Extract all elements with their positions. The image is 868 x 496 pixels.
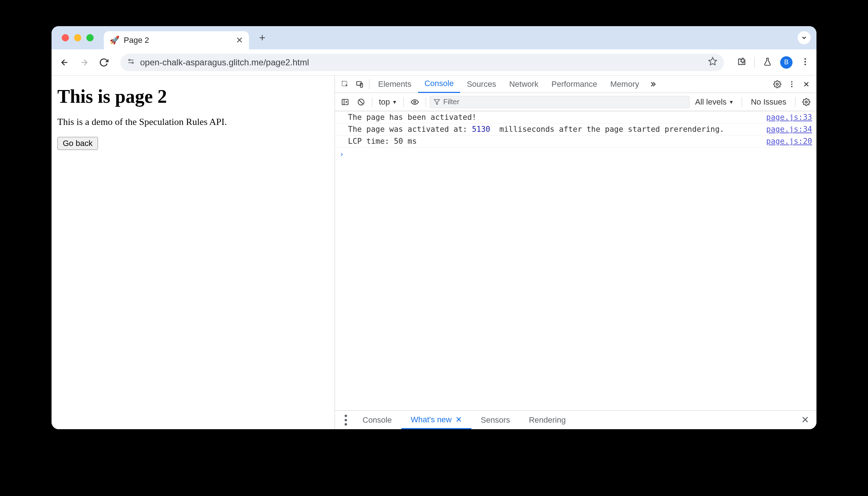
tab-memory[interactable]: Memory [604, 76, 646, 93]
svg-point-11 [804, 64, 806, 65]
content-split: This is page 2 This is a demo of the Spe… [52, 76, 816, 429]
devtools-menu-icon[interactable] [785, 80, 799, 88]
profile-avatar[interactable]: B [780, 56, 793, 69]
console-settings-icon[interactable] [799, 98, 814, 106]
context-selector[interactable]: top ▼ [376, 97, 400, 107]
close-tab-button[interactable]: ✕ [236, 35, 243, 45]
console-message: The page has been activated! page.js:33 [335, 111, 816, 123]
svg-point-10 [804, 61, 806, 62]
divider [742, 97, 742, 107]
go-back-button[interactable]: Go back [57, 137, 98, 150]
divider [372, 97, 372, 107]
tab-title: Page 2 [124, 36, 232, 45]
toolbar: B [52, 49, 816, 76]
minimize-window-button[interactable] [74, 34, 81, 41]
svg-point-27 [805, 101, 807, 103]
log-levels-selector[interactable]: All levels ▼ [691, 97, 738, 107]
console-prompt[interactable]: › [335, 147, 816, 161]
page-heading: This is page 2 [57, 86, 329, 107]
favicon-icon: 🚀 [110, 36, 119, 45]
drawer-tab-whats-new[interactable]: What's new ✕ [401, 411, 471, 429]
devtools-drawer: Console What's new ✕ Sensors Rendering ✕ [335, 410, 816, 429]
menu-icon[interactable] [801, 57, 810, 68]
maximize-window-button[interactable] [86, 34, 94, 41]
live-expression-icon[interactable] [408, 98, 422, 106]
forward-button[interactable] [78, 56, 91, 69]
tabs-dropdown-button[interactable] [798, 31, 811, 44]
labs-icon[interactable] [763, 57, 772, 68]
svg-line-24 [359, 100, 363, 104]
tab-console[interactable]: Console [418, 76, 460, 93]
page-paragraph: This is a demo of the Speculation Rules … [57, 117, 329, 127]
svg-point-17 [791, 84, 793, 85]
close-devtools-icon[interactable] [799, 80, 814, 88]
more-tabs-icon[interactable] [646, 80, 660, 88]
svg-point-15 [776, 83, 778, 85]
svg-point-3 [132, 62, 134, 63]
svg-point-29 [345, 419, 347, 421]
svg-point-2 [129, 59, 130, 61]
window-controls [57, 34, 104, 41]
svg-point-18 [791, 86, 793, 87]
filter-placeholder: Filter [443, 98, 459, 106]
sidebar-toggle-icon[interactable] [338, 98, 352, 106]
svg-point-9 [804, 58, 806, 60]
divider [754, 57, 755, 68]
new-tab-button[interactable]: + [259, 32, 266, 44]
svg-point-25 [414, 101, 416, 103]
console-toolbar: top ▼ Filter All levels ▼ No Issues [335, 93, 816, 111]
browser-tab[interactable]: 🚀 Page 2 ✕ [104, 31, 249, 49]
tab-network[interactable]: Network [503, 76, 545, 93]
divider [426, 97, 426, 107]
divider [795, 97, 795, 107]
divider [404, 97, 404, 107]
svg-marker-8 [709, 57, 717, 65]
browser-window: 🚀 Page 2 ✕ + [52, 26, 816, 429]
devtools-tab-bar: Elements Console Sources Network Perform… [335, 76, 816, 93]
device-toggle-icon[interactable] [352, 80, 367, 88]
devtools-panel: Elements Console Sources Network Perform… [335, 76, 816, 429]
drawer-tab-console[interactable]: Console [353, 412, 401, 428]
extensions-icon[interactable] [737, 57, 746, 68]
divider [369, 79, 369, 89]
prompt-caret-icon: › [339, 150, 344, 159]
close-drawer-tab-icon[interactable]: ✕ [455, 415, 462, 424]
close-window-button[interactable] [62, 34, 69, 41]
console-message: LCP time: 50 ms page.js:20 [335, 135, 816, 147]
filter-input[interactable]: Filter [430, 96, 689, 108]
message-source-link[interactable]: page.js:33 [762, 113, 812, 122]
chevron-down-icon: ▼ [729, 99, 734, 105]
svg-point-30 [345, 423, 347, 426]
reload-button[interactable] [97, 56, 110, 69]
tab-strip: 🚀 Page 2 ✕ + [52, 26, 816, 49]
toolbar-right: B [730, 56, 810, 69]
bookmark-icon[interactable] [708, 57, 717, 68]
address-bar[interactable] [120, 54, 724, 71]
message-source-link[interactable]: page.js:20 [762, 137, 812, 146]
url-input[interactable] [140, 57, 703, 68]
context-label: top [379, 97, 390, 107]
svg-marker-26 [434, 99, 440, 105]
settings-icon[interactable] [770, 80, 785, 88]
drawer-tab-sensors[interactable]: Sensors [471, 412, 520, 428]
drawer-menu-icon[interactable] [339, 413, 353, 427]
issues-label[interactable]: No Issues [746, 97, 791, 107]
svg-point-28 [345, 415, 347, 417]
tab-performance[interactable]: Performance [545, 76, 604, 93]
drawer-tab-rendering[interactable]: Rendering [519, 412, 575, 428]
inspect-icon[interactable] [338, 80, 352, 88]
message-source-link[interactable]: page.js:34 [762, 125, 812, 134]
console-message: The page was activated at: 5130 millisec… [335, 123, 816, 135]
tab-sources[interactable]: Sources [460, 76, 503, 93]
site-info-icon[interactable] [127, 57, 135, 68]
page-content: This is page 2 This is a demo of the Spe… [52, 76, 335, 429]
close-drawer-icon[interactable]: ✕ [798, 414, 813, 426]
chevron-down-icon: ▼ [392, 99, 397, 105]
levels-label: All levels [695, 97, 727, 107]
clear-console-icon[interactable] [354, 98, 368, 106]
back-button[interactable] [58, 56, 71, 69]
console-output: The page has been activated! page.js:33 … [335, 111, 816, 410]
tab-elements[interactable]: Elements [372, 76, 418, 93]
svg-point-16 [791, 81, 793, 82]
